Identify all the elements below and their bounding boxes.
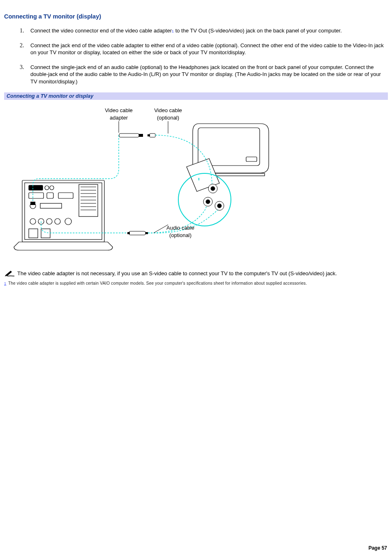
footnote: 1 The video cable adapter is supplied wi… bbox=[4, 281, 388, 287]
svg-rect-20 bbox=[79, 184, 98, 216]
connection-diagram: Video cable adapter Video cable (optiona… bbox=[6, 103, 285, 255]
svg-point-5 bbox=[211, 187, 215, 191]
tv-monitor-icon bbox=[187, 124, 269, 191]
step-item: Connect the jack end of the video cable … bbox=[21, 42, 388, 56]
svg-rect-42 bbox=[148, 134, 150, 136]
page-container: Connecting a TV monitor (display) Connec… bbox=[0, 0, 392, 555]
step-text: Connect the video connector end of the v… bbox=[30, 28, 172, 34]
svg-rect-37 bbox=[119, 134, 139, 137]
computer-back-panel-icon bbox=[22, 180, 104, 242]
step-item: Connect the single-jack end of an audio … bbox=[21, 64, 388, 85]
svg-point-31 bbox=[46, 219, 52, 224]
step-item: Connect the video connector end of the v… bbox=[21, 27, 388, 35]
svg-point-33 bbox=[65, 218, 71, 225]
svg-rect-38 bbox=[139, 134, 143, 137]
step-text: Connect the jack end of the video cable … bbox=[30, 42, 384, 56]
footnote-number[interactable]: 1 bbox=[4, 281, 6, 286]
steps-list: Connect the video connector end of the v… bbox=[4, 27, 388, 85]
note-text: The video cable adapter is not necessary… bbox=[17, 270, 337, 277]
page-number: Page 57 bbox=[369, 545, 387, 551]
svg-rect-41 bbox=[150, 134, 155, 137]
label-video-cable-adapter: Video cable bbox=[105, 107, 133, 113]
figure-caption: Connecting a TV monitor or display bbox=[4, 92, 388, 100]
svg-rect-1 bbox=[246, 157, 257, 161]
label-video-cable-optional: Video cable bbox=[154, 107, 182, 113]
svg-rect-39 bbox=[30, 202, 35, 205]
svg-point-32 bbox=[55, 219, 60, 224]
step-text: Connect the single-jack end of an audio … bbox=[30, 64, 381, 85]
svg-rect-44 bbox=[127, 232, 130, 234]
note-block: The video cable adapter is not necessary… bbox=[4, 270, 388, 277]
svg-rect-12 bbox=[29, 185, 43, 190]
note-pencil-icon bbox=[4, 269, 16, 277]
svg-rect-43 bbox=[129, 231, 145, 235]
svg-point-9 bbox=[217, 204, 221, 208]
svg-rect-16 bbox=[47, 193, 53, 198]
svg-rect-15 bbox=[29, 193, 44, 198]
svg-point-7 bbox=[206, 200, 210, 204]
svg-point-29 bbox=[30, 219, 36, 224]
computer-stand-icon bbox=[14, 242, 113, 250]
svg-rect-34 bbox=[29, 229, 38, 238]
svg-rect-45 bbox=[145, 232, 148, 234]
svg-rect-17 bbox=[58, 193, 73, 198]
label-audio-cable: Audio cable bbox=[166, 225, 194, 231]
footnote-text: The video cable adapter is supplied with… bbox=[7, 281, 307, 286]
label-video-cable-adapter: adapter bbox=[110, 115, 128, 121]
step-text: to the TV Out (S-video/video) jack on th… bbox=[174, 28, 342, 34]
section-heading: Connecting a TV monitor (display) bbox=[4, 13, 388, 20]
label-audio-cable: (optional) bbox=[169, 232, 191, 238]
svg-rect-19 bbox=[40, 203, 62, 208]
label-video-cable-optional: (optional) bbox=[157, 115, 179, 121]
